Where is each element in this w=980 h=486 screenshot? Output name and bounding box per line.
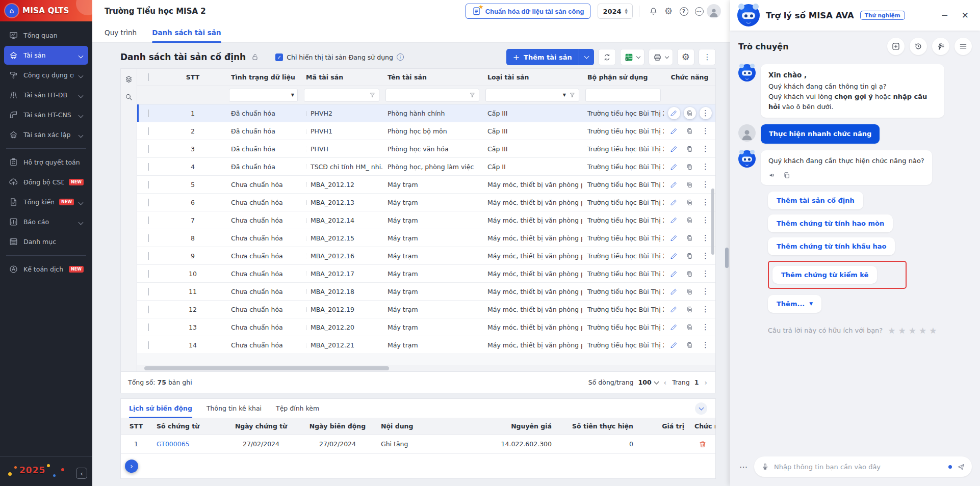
type-filter-select[interactable]: ▼: [485, 89, 579, 102]
export-excel-button[interactable]: [620, 49, 644, 65]
row-checkbox[interactable]: [148, 323, 149, 331]
row-more-icon[interactable]: ⋮: [700, 339, 712, 351]
col-status[interactable]: Tình trạng dữ liệu: [226, 73, 301, 81]
suggestion-chip[interactable]: Thêm tài sản cố định: [768, 192, 863, 209]
unlock-icon[interactable]: [251, 53, 259, 61]
collapse-sidebar-button[interactable]: ‹: [76, 468, 87, 479]
print-dropdown-icon[interactable]: [665, 54, 669, 58]
table-row[interactable]: 6 Chưa chuẩn hóa MBA_2012.13 Máy trạm Má…: [137, 194, 715, 211]
row-more-icon[interactable]: ⋮: [700, 107, 712, 119]
notifications-bell-icon[interactable]: [646, 4, 661, 19]
copy-icon[interactable]: [783, 171, 791, 179]
select-all-checkbox[interactable]: [148, 73, 149, 81]
row-checkbox[interactable]: [148, 306, 149, 313]
more-tools-button[interactable]: ⋮: [699, 49, 716, 65]
edit-icon[interactable]: [668, 285, 680, 298]
suggestion-chip[interactable]: Thêm chứng từ tính khấu hao: [768, 237, 895, 255]
row-more-icon[interactable]: ⋮: [700, 303, 712, 315]
minimize-icon[interactable]: ─: [940, 10, 949, 20]
edit-icon[interactable]: [668, 321, 680, 333]
print-button[interactable]: [649, 49, 673, 65]
close-icon[interactable]: ✕: [961, 10, 970, 20]
edit-icon[interactable]: [668, 125, 680, 137]
duplicate-icon[interactable]: [684, 160, 696, 173]
scrollbar-thumb[interactable]: [144, 366, 389, 370]
table-row[interactable]: 10 Chưa chuẩn hóa MBA_2012.17 Máy trạm M…: [137, 265, 715, 283]
row-more-icon[interactable]: ⋮: [700, 321, 712, 333]
row-checkbox[interactable]: [148, 127, 149, 135]
table-row[interactable]: 8 Chưa chuẩn hóa MBA_2012.15 Máy trạm Má…: [137, 229, 715, 247]
detail-row[interactable]: 1 GT000065 27/02/2024 27/02/2024 Ghi tăn…: [121, 435, 715, 454]
year-spinner-icon[interactable]: ▲▼: [625, 8, 628, 14]
name-filter-input[interactable]: [385, 89, 479, 102]
sidebar-item[interactable]: Đồng bộ CSDL TSC NEW: [4, 173, 88, 192]
col-name[interactable]: Tên tài sản: [382, 73, 482, 81]
horizontal-scrollbar[interactable]: [137, 365, 715, 371]
funnel-icon[interactable]: [369, 92, 376, 98]
panel-resize-handle[interactable]: [725, 248, 729, 268]
row-more-icon[interactable]: ⋮: [700, 178, 712, 191]
menu-icon[interactable]: [955, 38, 972, 55]
duplicate-icon[interactable]: [684, 196, 696, 208]
edit-icon[interactable]: [668, 339, 680, 351]
row-more-icon[interactable]: ⋮: [700, 267, 712, 280]
table-row[interactable]: 1 Đã chuẩn hóa PHVH2 Phòng hành chính Cấ…: [137, 104, 715, 122]
delete-icon[interactable]: [699, 440, 707, 448]
table-row[interactable]: 14 Chưa chuẩn hóa MBA_2012.21 Máy trạm M…: [137, 336, 715, 354]
edit-icon[interactable]: [668, 303, 680, 315]
sidebar-item[interactable]: Danh mục: [4, 232, 88, 251]
rows-per-page-select[interactable]: 100: [638, 379, 658, 386]
main-tab[interactable]: Quy trình: [105, 22, 137, 42]
new-chat-icon[interactable]: [887, 38, 905, 55]
expand-tree-button[interactable]: ›: [125, 460, 138, 473]
layers-icon[interactable]: [124, 75, 133, 84]
suggestion-chip[interactable]: Thêm chứng từ kiểm kê: [772, 266, 877, 284]
detail-tab[interactable]: Tệp đính kèm: [276, 399, 319, 418]
table-row[interactable]: 11 Chưa chuẩn hóa MBA_2012.18 Máy trạm M…: [137, 283, 715, 301]
chat-more-options-icon[interactable]: ⋯: [738, 462, 749, 472]
edit-icon[interactable]: [668, 160, 680, 173]
duplicate-icon[interactable]: [684, 232, 696, 244]
add-asset-button[interactable]: +Thêm tài sản: [506, 49, 594, 65]
detail-tab[interactable]: Lịch sử biến động: [129, 399, 192, 418]
edit-icon[interactable]: [668, 232, 680, 244]
send-icon[interactable]: [957, 463, 965, 471]
excel-dropdown-icon[interactable]: [636, 54, 640, 58]
collapse-detail-button[interactable]: [695, 402, 707, 415]
row-checkbox[interactable]: [148, 217, 149, 224]
row-more-icon[interactable]: ⋮: [700, 196, 712, 208]
suggestion-chip[interactable]: Thêm chứng từ tính hao mòn: [768, 214, 893, 232]
duplicate-icon[interactable]: [684, 321, 696, 333]
speaker-icon[interactable]: [768, 171, 777, 179]
code-filter-input[interactable]: [304, 89, 379, 102]
next-page-button[interactable]: ›: [703, 379, 708, 387]
table-row[interactable]: 13 Chưa chuẩn hóa MBA_2012.20 Máy trạm M…: [137, 318, 715, 336]
quick-prompts-icon[interactable]: [932, 38, 949, 55]
info-icon[interactable]: i: [397, 53, 404, 61]
sidebar-item[interactable]: Công cụ dụng cụ: [4, 66, 88, 85]
dept-filter-input[interactable]: [585, 89, 661, 102]
table-row[interactable]: 4 Đã chuẩn hóa TSCĐ chỉ tính HM_ nhi... …: [137, 158, 715, 176]
search-icon[interactable]: [124, 93, 133, 101]
sidebar-item[interactable]: Tài sản xác lập: [4, 125, 88, 144]
row-checkbox[interactable]: [148, 252, 149, 260]
row-checkbox[interactable]: [148, 110, 149, 117]
col-dept[interactable]: Bộ phận sử dụng: [582, 73, 664, 81]
row-more-icon[interactable]: ⋮: [700, 250, 712, 262]
main-tab[interactable]: Danh sách tài sản: [152, 22, 221, 42]
chat-text-input[interactable]: [774, 463, 944, 471]
sidebar-item[interactable]: Hỗ trợ quyết toán: [4, 153, 88, 172]
status-filter-select[interactable]: ▼: [229, 89, 298, 102]
history-icon[interactable]: [910, 38, 927, 55]
duplicate-icon[interactable]: [684, 250, 696, 262]
document-link[interactable]: GT000065: [151, 440, 223, 448]
sidebar-item[interactable]: Báo cáo: [4, 212, 88, 231]
table-row[interactable]: 2 Đã chuẩn hóa PHVH1 Phòng học bộ môn Cấ…: [137, 122, 715, 140]
row-checkbox[interactable]: [148, 163, 149, 171]
sidebar-item[interactable]: Tài sản: [4, 46, 88, 65]
edit-icon[interactable]: [668, 196, 680, 208]
row-more-icon[interactable]: ⋮: [700, 160, 712, 173]
row-more-icon[interactable]: ⋮: [700, 125, 712, 137]
duplicate-icon[interactable]: [684, 214, 696, 226]
checked-checkbox[interactable]: ✓: [275, 53, 283, 61]
